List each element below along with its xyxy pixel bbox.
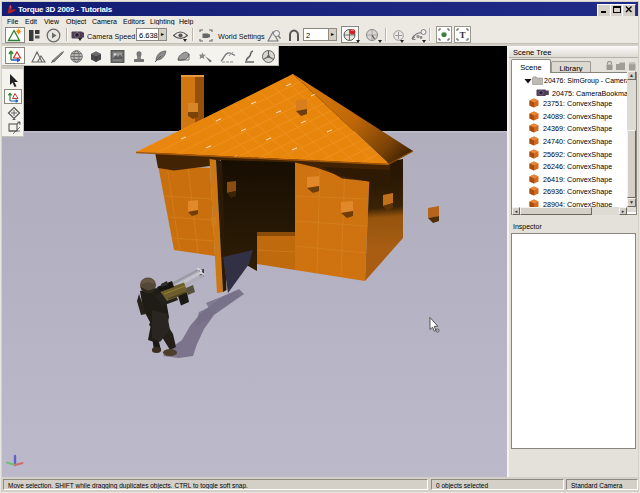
svg-text:T: T — [459, 30, 465, 40]
